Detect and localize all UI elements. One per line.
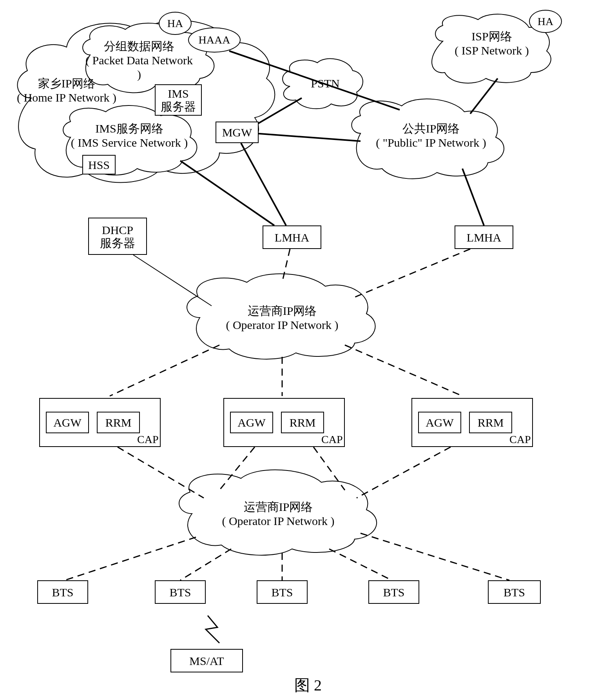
oval-ha-right: HA — [529, 10, 562, 33]
svg-line-9 — [353, 249, 470, 298]
svg-line-3 — [241, 143, 286, 225]
cloud-operator-lower — [179, 470, 377, 555]
label: HAAA — [199, 34, 230, 46]
svg-line-5 — [470, 78, 498, 114]
box-bts5: BTS — [488, 580, 541, 604]
oval-ha-left: HA — [159, 12, 192, 35]
svg-line-21 — [361, 533, 509, 580]
box-bts2: BTS — [155, 580, 206, 604]
label: HA — [167, 17, 183, 30]
label-cap3: CAP — [509, 433, 531, 446]
box-cap2-agw: AGW — [230, 412, 273, 433]
svg-line-16 — [357, 447, 451, 498]
label-cap1: CAP — [137, 433, 158, 446]
svg-line-12 — [345, 345, 462, 396]
label-cap2: CAP — [321, 433, 342, 446]
box-ims-server: IMS服务器 — [155, 84, 202, 116]
box-cap1-agw: AGW — [46, 412, 89, 433]
svg-line-4 — [180, 161, 274, 225]
box-msat: MS/AT — [170, 649, 243, 672]
cloud-public-ip — [351, 99, 504, 179]
box-cap2-rrm: RRM — [281, 412, 324, 433]
box-cap1-rrm: RRM — [97, 412, 140, 433]
svg-line-13 — [118, 447, 204, 498]
svg-line-7 — [133, 255, 212, 306]
box-mgw: MGW — [216, 122, 259, 143]
box-hss: HSS — [82, 155, 116, 174]
box-lmha-left: LMHA — [263, 225, 321, 249]
figure-caption: 图 2 — [269, 674, 347, 694]
svg-line-20 — [329, 549, 392, 580]
svg-line-2 — [255, 133, 361, 141]
svg-line-6 — [462, 169, 484, 225]
box-bts4: BTS — [368, 580, 419, 604]
box-cap3-rrm: RRM — [469, 412, 512, 433]
box-dhcp: DHCP服务器 — [88, 218, 147, 255]
svg-line-10 — [110, 345, 219, 396]
box-bts1: BTS — [37, 580, 88, 604]
svg-line-18 — [180, 549, 231, 580]
box-bts3: BTS — [257, 580, 308, 604]
box-cap3-agw: AGW — [418, 412, 461, 433]
box-lmha-right: LMHA — [455, 225, 513, 249]
svg-line-17 — [65, 537, 196, 580]
oval-haaa: HAAA — [188, 27, 241, 53]
label: HA — [538, 15, 553, 28]
